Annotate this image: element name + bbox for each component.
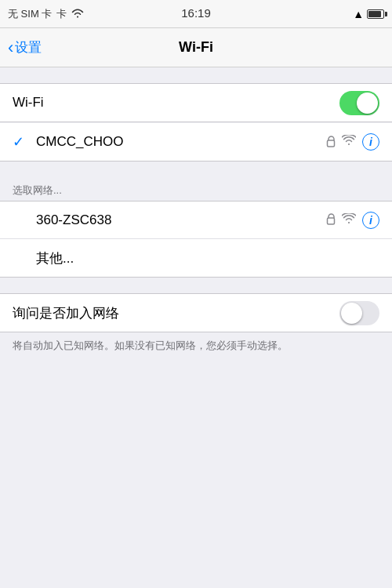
choose-network-header: 选取网络...: [0, 177, 392, 201]
svg-rect-0: [328, 140, 335, 147]
nav-bar: ‹ 设置 Wi-Fi: [0, 28, 392, 67]
sim-label: 卡: [56, 7, 67, 21]
page-title: Wi-Fi: [179, 39, 213, 56]
back-chevron-icon: ‹: [8, 39, 13, 56]
wifi-signal-icon-360: [342, 213, 356, 227]
connected-network-name: CMCC_CHOO: [36, 134, 326, 150]
lock-icon: [326, 135, 336, 150]
network-row-other[interactable]: 其他...: [0, 239, 392, 277]
ask-join-row[interactable]: 询问是否加入网络: [0, 294, 392, 332]
wifi-toggle-thumb: [357, 93, 378, 114]
network-360-icons: i: [326, 212, 379, 229]
lock-icon-360: [326, 212, 336, 227]
back-button[interactable]: ‹ 设置: [8, 38, 42, 56]
available-networks-list: 360-ZSC638 i: [0, 201, 392, 278]
wifi-label: Wi-Fi: [13, 95, 339, 111]
carrier-label: 无 SIM 卡: [8, 7, 52, 21]
ask-join-label: 询问是否加入网络: [13, 304, 339, 322]
ask-join-description: 将自动加入已知网络。如果没有已知网络，您必须手动选择。: [0, 332, 392, 362]
back-label: 设置: [15, 38, 42, 56]
network-row-360[interactable]: 360-ZSC638 i: [0, 201, 392, 239]
ask-join-toggle-thumb: [341, 303, 362, 324]
ask-join-section: 询问是否加入网络 将自动加入已知网络。如果没有已知网络，您必须手动选择。: [0, 293, 392, 362]
connected-network-info-button[interactable]: i: [362, 133, 379, 151]
connected-network-row[interactable]: ✓ CMCC_CHOO i: [0, 123, 392, 161]
ask-join-toggle[interactable]: [339, 301, 379, 325]
choose-network-section: 选取网络... 360-ZSC638: [0, 177, 392, 278]
battery-icon: [367, 9, 384, 19]
wifi-signal-icon: [342, 135, 356, 149]
wifi-status-icon: [71, 8, 84, 20]
network-360-info-button[interactable]: i: [362, 212, 379, 229]
wifi-toggle-row[interactable]: Wi-Fi: [0, 84, 392, 122]
status-time: 16:19: [181, 6, 211, 20]
status-left: 无 SIM 卡 卡: [8, 7, 84, 21]
connected-network-icons: i: [326, 133, 379, 151]
connected-network-section: ✓ CMCC_CHOO i: [0, 123, 392, 162]
status-right: ▲: [353, 8, 384, 20]
wifi-toggle-section: Wi-Fi: [0, 83, 392, 122]
svg-rect-1: [328, 218, 335, 224]
wifi-toggle[interactable]: [339, 91, 379, 115]
network-name-360: 360-ZSC638: [36, 212, 326, 228]
navigation-icon: ▲: [353, 8, 364, 20]
status-bar: 无 SIM 卡 卡 16:19 ▲: [0, 0, 392, 28]
connected-checkmark-icon: ✓: [13, 133, 28, 151]
ask-join-container: 询问是否加入网络: [0, 293, 392, 332]
network-name-other: 其他...: [36, 249, 379, 267]
